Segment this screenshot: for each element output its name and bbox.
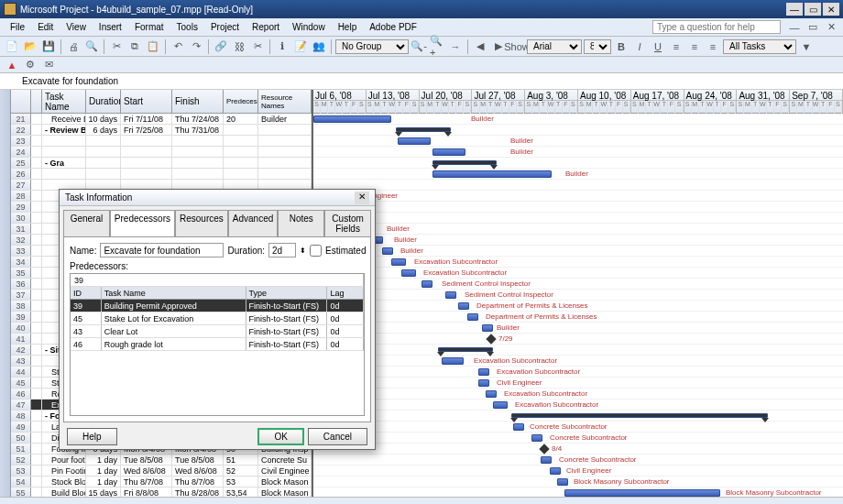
predecessors-cell[interactable]: 53,54	[224, 488, 258, 497]
tab-resources[interactable]: Resources	[175, 210, 228, 236]
table-row[interactable]: 54Stock Block, Mortar, Sand1 dayThu 8/7/…	[11, 477, 312, 488]
gantt-row[interactable]: 8/4	[313, 444, 843, 455]
gantt-row[interactable]	[313, 180, 843, 191]
predecessors-cell[interactable]	[224, 136, 258, 146]
menu-file[interactable]: File	[4, 20, 31, 34]
header-duration[interactable]: Duration	[86, 90, 121, 113]
task-name-cell[interactable]: Receive Bids	[42, 114, 86, 124]
gantt-row[interactable]: Concrete Subcontractor	[313, 422, 843, 433]
summary-bar[interactable]	[396, 127, 451, 132]
task-bar[interactable]	[445, 291, 456, 299]
row-number[interactable]: 39	[11, 312, 31, 322]
gantt-row[interactable]: Builder	[313, 114, 843, 125]
pdf-settings-icon[interactable]: ⚙	[22, 57, 38, 73]
new-icon[interactable]: 📄	[4, 38, 20, 55]
assign-icon[interactable]: 👥	[311, 38, 327, 55]
gantt-row[interactable]: Excavation Subcontractor	[313, 389, 843, 400]
predecessors-cell[interactable]: 20	[224, 114, 258, 124]
gantt-row[interactable]: Department of Permits & Licenses	[313, 312, 843, 323]
task-bar[interactable]	[458, 302, 469, 310]
start-cell[interactable]: Fri 7/11/08	[121, 114, 172, 124]
predecessors-cell[interactable]: 52	[224, 466, 258, 476]
pred-entry-row[interactable]: 39	[71, 274, 364, 286]
row-number[interactable]: 22	[11, 125, 31, 135]
task-bar[interactable]	[557, 478, 568, 486]
predecessor-row[interactable]: 45Stake Lot for ExcavationFinish-to-Star…	[71, 312, 364, 325]
task-bar[interactable]	[382, 247, 393, 255]
preview-icon[interactable]: 🔍	[83, 38, 100, 55]
maximize-button[interactable]: ▭	[805, 3, 821, 16]
finish-cell[interactable]	[172, 169, 224, 179]
gantt-row[interactable]: Block Masonry Subcontractor	[313, 488, 843, 497]
row-number[interactable]: 28	[11, 191, 31, 201]
start-cell[interactable]: Tue 8/5/08	[121, 455, 172, 465]
paste-icon[interactable]: 📋	[145, 38, 161, 55]
row-number[interactable]: 40	[11, 323, 31, 333]
finish-cell[interactable]: Wed 8/6/08	[172, 466, 224, 476]
task-bar[interactable]	[313, 115, 391, 123]
predecessor-row[interactable]: 46Rough grade lotFinish-to-Start (FS)0d	[71, 338, 364, 351]
finish-cell[interactable]	[172, 136, 224, 146]
align-left-icon[interactable]: ≡	[668, 38, 684, 55]
filter-select[interactable]: All Tasks	[723, 39, 796, 54]
tab-general[interactable]: General	[63, 210, 110, 236]
open-icon[interactable]: 📂	[22, 38, 38, 55]
task-name-cell[interactable]: - Gra	[42, 158, 86, 168]
save-icon[interactable]: 💾	[40, 38, 57, 55]
row-number[interactable]: 45	[11, 378, 31, 388]
gantt-row[interactable]: Excavation Subcontractor	[313, 268, 843, 279]
predecessor-row[interactable]: 39Building Permit ApprovedFinish-to-Star…	[71, 300, 364, 312]
row-number[interactable]: 54	[11, 477, 31, 487]
duration-cell[interactable]: 1 day	[86, 466, 121, 476]
row-number[interactable]: 29	[11, 202, 31, 212]
duration-cell[interactable]: 10 days	[86, 114, 121, 124]
resource-cell[interactable]: Block Mason	[258, 477, 312, 487]
goto-icon[interactable]: →	[447, 38, 464, 55]
help-search[interactable]	[652, 20, 781, 34]
task-bar[interactable]	[478, 379, 489, 387]
header-taskname[interactable]: Task Name	[42, 90, 86, 113]
undo-icon[interactable]: ↶	[170, 38, 186, 55]
gantt-row[interactable]: Engineer	[313, 191, 843, 202]
gantt-row[interactable]	[313, 213, 843, 224]
menu-window[interactable]: Window	[286, 20, 332, 34]
duration-cell[interactable]: 15 days	[86, 488, 121, 497]
table-row[interactable]: 55Build Block Foundation15 daysFri 8/8/0…	[11, 488, 312, 497]
row-number[interactable]: 34	[11, 257, 31, 267]
table-row[interactable]: 21Receive Bids10 daysFri 7/11/08Thu 7/24…	[11, 114, 312, 125]
task-bar[interactable]	[482, 324, 493, 332]
tab-custom-fields[interactable]: Custom Fields	[324, 210, 371, 236]
align-right-icon[interactable]: ≡	[705, 38, 721, 55]
unlink-icon[interactable]: ⛓	[231, 38, 247, 55]
row-number[interactable]: 46	[11, 389, 31, 399]
finish-cell[interactable]: Thu 8/28/08	[172, 488, 224, 497]
resource-cell[interactable]	[258, 147, 312, 157]
resource-cell[interactable]: Builder	[258, 114, 312, 124]
row-number[interactable]: 23	[11, 136, 31, 146]
pdf-icon[interactable]: ▲	[4, 57, 20, 73]
table-row[interactable]: 24	[11, 147, 312, 158]
notes-icon[interactable]: 📝	[292, 38, 309, 55]
task-name-cell[interactable]: - Review Bids	[42, 125, 86, 135]
gantt-row[interactable]: Excavation Subcontractor	[313, 356, 843, 367]
help-input[interactable]	[652, 20, 781, 34]
menu-help[interactable]: Help	[332, 20, 364, 34]
copy-icon[interactable]: ⧉	[126, 38, 143, 55]
gantt-row[interactable]: Excavation Subcontractor	[313, 367, 843, 378]
task-bar[interactable]	[564, 489, 720, 497]
task-bar[interactable]	[432, 148, 465, 156]
align-center-icon[interactable]: ≡	[686, 38, 703, 55]
task-bar[interactable]	[486, 390, 497, 398]
resource-cell[interactable]: Civil Enginee	[258, 466, 312, 476]
gantt-row[interactable]: Block Masonry Subcontractor	[313, 477, 843, 488]
start-cell[interactable]	[121, 136, 172, 146]
inner-restore-button[interactable]: ▭	[805, 19, 821, 36]
gantt-row[interactable]	[313, 158, 843, 169]
predecessors-cell[interactable]	[224, 169, 258, 179]
predecessor-row[interactable]: 43Clear LotFinish-to-Start (FS)0d	[71, 325, 364, 338]
duration-cell[interactable]	[86, 147, 121, 157]
gantt-row[interactable]: Builder	[313, 323, 843, 334]
row-number[interactable]: 37	[11, 290, 31, 300]
dialog-titlebar[interactable]: Task Information ✕	[60, 190, 375, 206]
gantt-row[interactable]	[313, 345, 843, 356]
